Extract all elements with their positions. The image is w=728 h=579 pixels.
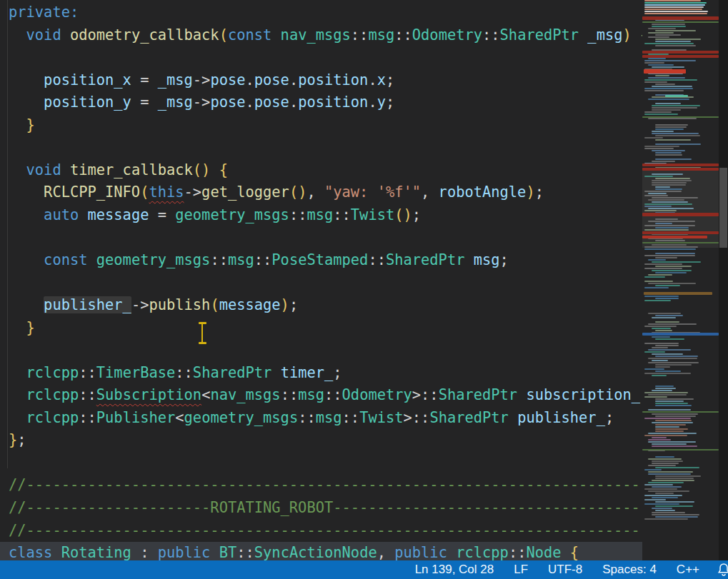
minimap-line <box>655 405 692 406</box>
minimap-decoration <box>642 51 719 54</box>
minimap-line <box>655 129 684 130</box>
code-line[interactable]: position_x = _msg->pose.pose.position.x; <box>9 69 642 92</box>
minimap-line <box>648 433 697 434</box>
code-line[interactable] <box>9 46 642 69</box>
code-token: -> <box>184 183 202 201</box>
minimap-line <box>652 445 697 447</box>
code-token: . <box>289 94 298 111</box>
code-line[interactable] <box>9 136 642 159</box>
minimap-line <box>652 512 685 513</box>
code-line[interactable] <box>9 272 642 295</box>
code-line[interactable]: //--------------------------------------… <box>9 520 642 543</box>
code-token: SharedPtr <box>193 364 272 381</box>
minimap-line <box>655 30 696 31</box>
minimap-line <box>655 188 682 190</box>
minimap-line <box>644 203 692 205</box>
code-token: RCLCPP_INFO <box>44 183 140 201</box>
code-token: ) <box>622 26 631 44</box>
code-line[interactable]: const geometry_msgs::msg::PoseStamped::S… <box>9 249 642 272</box>
code-line[interactable]: rclcpp::TimerBase::SharedPtr timer_; <box>9 362 642 385</box>
code-line[interactable]: class Rotating : public BT::SyncActionNo… <box>0 542 642 560</box>
minimap-line <box>644 300 671 301</box>
code-token <box>79 206 87 223</box>
code-token <box>9 26 26 44</box>
status-eol-sequence[interactable]: LF <box>514 563 528 577</box>
minimap-line <box>652 66 684 68</box>
code-editor[interactable]: private: void odometry_callback(const na… <box>0 0 642 560</box>
code-token: publish <box>149 296 210 313</box>
code-token: , <box>377 544 395 560</box>
code-line[interactable]: } <box>9 114 642 137</box>
status-indentation[interactable]: Spaces: 4 <box>602 563 657 577</box>
code-token: :: <box>79 364 96 381</box>
code-token: . <box>246 94 254 111</box>
status-bar: Ln 139, Col 28 LF UTF-8 Spaces: 4 C++ <box>0 560 728 579</box>
code-line[interactable]: rclcpp::Subscription<nav_msgs::msg::Odom… <box>9 384 642 407</box>
minimap-line <box>655 223 672 224</box>
minimap-line <box>652 413 698 415</box>
code-token: SharedPtr <box>386 251 465 268</box>
code-line[interactable]: RCLCPP_INFO(this->get_logger(), "yaw: '%… <box>9 181 642 204</box>
bell-icon[interactable] <box>716 563 728 577</box>
minimap-line <box>655 144 701 145</box>
minimap-line <box>648 362 699 363</box>
minimap-line <box>655 126 687 128</box>
minimap-line <box>655 505 693 507</box>
code-token <box>9 296 44 313</box>
code-line[interactable]: position_y = _msg->pose.pose.position.y; <box>9 91 642 114</box>
minimap-line <box>655 420 692 421</box>
minimap-decoration <box>642 168 719 171</box>
code-token: :: <box>351 26 369 44</box>
code-token: :: <box>79 409 96 426</box>
minimap-line <box>648 199 684 201</box>
code-line[interactable]: void timer_callback() { <box>9 159 642 182</box>
status-cursor-position[interactable]: Ln 139, Col 28 <box>415 563 494 577</box>
minimap-line <box>655 186 670 188</box>
code-token: ; <box>17 431 26 448</box>
code-line[interactable] <box>9 339 642 362</box>
code-line[interactable]: //--------------------------------------… <box>9 474 642 497</box>
code-line[interactable]: auto message = geometry_msgs::msg::Twist… <box>9 204 642 227</box>
status-encoding[interactable]: UTF-8 <box>548 563 582 577</box>
minimap-line <box>648 259 666 261</box>
minimap-line <box>644 191 682 192</box>
code-line[interactable] <box>9 452 642 475</box>
code-line[interactable]: }; <box>9 429 642 452</box>
code-line[interactable]: //---------------------ROTATING_ROBOT---… <box>9 497 642 520</box>
minimap-line <box>652 460 683 462</box>
minimap-line <box>652 480 694 481</box>
minimap-line <box>655 253 695 254</box>
code-token: Node <box>526 544 561 560</box>
code-token: position_x <box>44 71 131 89</box>
minimap[interactable] <box>642 0 719 560</box>
code-token: . <box>289 71 298 89</box>
minimap-line <box>655 227 689 228</box>
code-token: ; <box>605 409 614 426</box>
minimap-line <box>655 321 679 323</box>
code-line[interactable]: private: <box>9 1 642 24</box>
code-line[interactable]: publisher_->publish(message); <box>9 294 642 317</box>
minimap-line <box>655 139 691 141</box>
code-token <box>9 161 26 178</box>
minimap-line <box>655 426 679 428</box>
code-token <box>9 364 26 381</box>
code-line[interactable] <box>9 226 642 249</box>
code-token: :: <box>289 206 307 223</box>
code-line[interactable]: } <box>9 317 642 340</box>
code-line[interactable]: void odometry_callback(const nav_msgs::m… <box>9 24 642 47</box>
code-token <box>9 116 26 134</box>
minimap-line <box>648 32 674 34</box>
minimap-line <box>655 240 685 241</box>
code-token: , <box>421 183 439 201</box>
vertical-scrollbar[interactable] <box>719 0 728 560</box>
minimap-line <box>648 409 691 411</box>
status-language-mode[interactable]: C++ <box>677 563 699 577</box>
minimap-decoration <box>642 213 719 216</box>
minimap-line <box>644 210 677 211</box>
minimap-line <box>652 497 678 498</box>
code-token <box>210 544 219 560</box>
scrollbar-thumb[interactable] <box>719 168 727 248</box>
minimap-line <box>652 508 672 509</box>
code-line[interactable]: rclcpp::Publisher<geometry_msgs::msg::Tw… <box>9 407 642 430</box>
minimap-line <box>644 373 691 374</box>
